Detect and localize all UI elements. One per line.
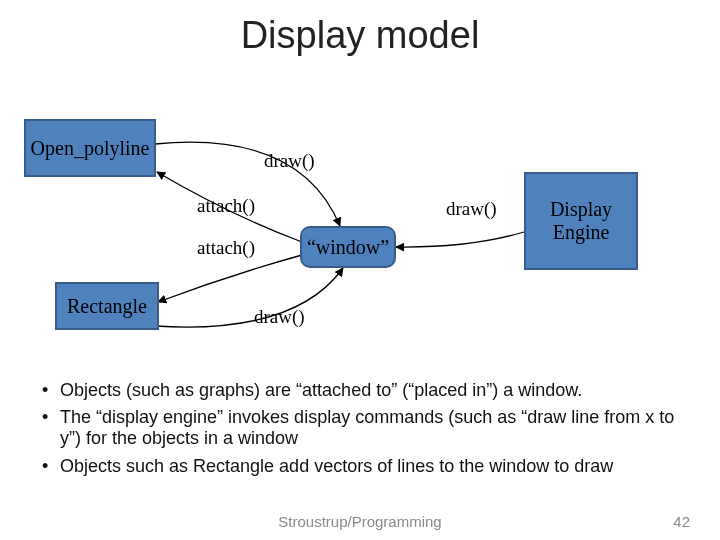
node-display-engine: Display Engine <box>524 172 638 270</box>
page-number: 42 <box>673 513 690 530</box>
list-item: Objects such as Rectangle add vectors of… <box>42 456 682 477</box>
node-window: “window” <box>300 226 396 268</box>
node-rectangle: Rectangle <box>55 282 159 330</box>
footer-text: Stroustrup/Programming <box>0 513 720 530</box>
label-attach-bottom: attach() <box>197 237 255 259</box>
list-item: The “display engine” invokes display com… <box>42 407 682 449</box>
label-draw-top: draw() <box>264 150 315 172</box>
node-open-polyline: Open_polyline <box>24 119 156 177</box>
list-item: Objects (such as graphs) are “attached t… <box>42 380 682 401</box>
bullet-list: Objects (such as graphs) are “attached t… <box>42 380 682 483</box>
label-draw-bottom: draw() <box>254 306 305 328</box>
label-attach-top: attach() <box>197 195 255 217</box>
label-draw-right: draw() <box>446 198 497 220</box>
